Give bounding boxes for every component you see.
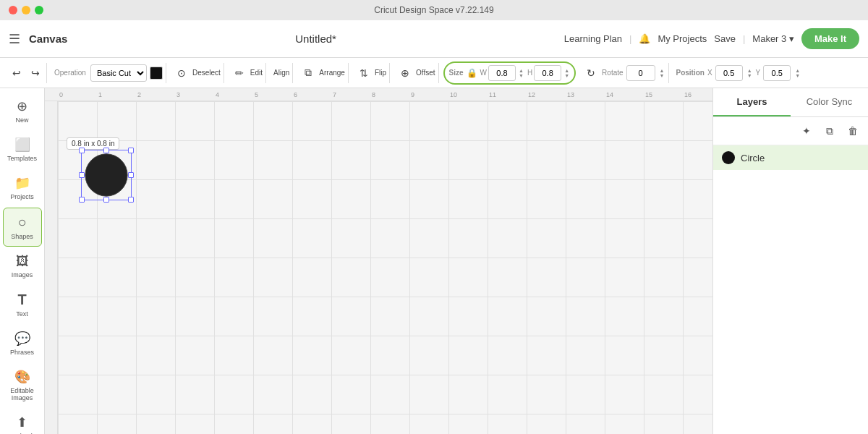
layer-item-circle[interactable]: Circle <box>713 145 868 170</box>
shape-dimension-label: 0.8 in x 0.8 in <box>67 137 119 150</box>
sidebar-item-text[interactable]: T Text <box>3 286 42 323</box>
canvas-label: Canvas <box>29 33 67 45</box>
operation-select[interactable]: Basic Cut <box>90 64 147 82</box>
rotate-input[interactable] <box>626 65 655 81</box>
sidebar-label-phrases: Phrases <box>10 349 34 356</box>
editable-images-icon: 🎨 <box>14 369 30 385</box>
app-title: Cricut Design Space v7.22.149 <box>374 5 493 15</box>
layer-color-circle <box>722 151 735 164</box>
sidebar-item-upload[interactable]: ⬆ Upload <box>3 409 42 434</box>
learning-plan[interactable]: Learning Plan <box>564 33 622 44</box>
y-label: Y <box>756 69 761 77</box>
offset-button[interactable]: ⊕ <box>397 65 413 81</box>
panel-toolbar: ✦ ⧉ 🗑 <box>713 117 868 145</box>
sidebar-label-projects: Projects <box>10 193 34 200</box>
sidebar-item-projects[interactable]: 📁 Projects <box>3 169 42 206</box>
x-input[interactable] <box>715 65 743 81</box>
panel-copy-button[interactable]: ⧉ <box>820 122 839 140</box>
height-spinner[interactable]: ▲ ▼ <box>563 68 570 78</box>
width-spinner[interactable]: ▲ ▼ <box>518 68 524 78</box>
y-input[interactable] <box>763 65 791 81</box>
align-label[interactable]: Align <box>273 69 289 77</box>
tab-layers-label: Layers <box>737 96 767 107</box>
edit-label[interactable]: Edit <box>250 69 263 77</box>
close-button[interactable] <box>9 6 17 14</box>
right-area: Learning Plan | 🔔 My Projects Save | Mak… <box>564 28 859 49</box>
my-projects-link[interactable]: My Projects <box>658 33 707 44</box>
operation-label: Operation <box>54 69 86 77</box>
maker-selector[interactable]: Maker 3 ▾ <box>752 33 794 44</box>
redo-button[interactable]: ↪ <box>27 65 43 81</box>
arrange-button[interactable]: ⧉ <box>300 65 316 81</box>
deselect-button[interactable]: ⊙ <box>174 65 190 81</box>
images-icon: 🖼 <box>16 254 29 269</box>
deselect-label[interactable]: Deselect <box>192 69 221 77</box>
canvas-area[interactable]: 0 1 2 3 4 5 6 7 8 9 10 11 12 13 14 15 16 <box>45 88 712 434</box>
handle-top-mid[interactable] <box>103 148 109 153</box>
traffic-lights <box>9 6 43 14</box>
panel-icon-button[interactable]: ✦ <box>797 122 816 140</box>
sidebar-label-images: Images <box>12 271 33 278</box>
app-bar: ☰ Canvas Untitled* Learning Plan | 🔔 My … <box>0 20 868 58</box>
upload-icon: ⬆ <box>17 414 27 430</box>
flip-button[interactable]: ⇅ <box>356 65 372 81</box>
deselect-group: ⊙ Deselect <box>171 63 224 83</box>
new-icon: ⊕ <box>17 98 27 114</box>
handle-bot-right[interactable] <box>128 197 134 203</box>
width-input[interactable] <box>488 65 516 81</box>
left-sidebar: ⊕ New ⬜ Templates 📁 Projects ○ Shapes 🖼 … <box>0 88 45 434</box>
shape-selection[interactable] <box>81 150 132 200</box>
offset-label[interactable]: Offset <box>416 69 435 77</box>
arrange-label[interactable]: Arrange <box>319 69 345 77</box>
color-swatch[interactable] <box>150 67 163 80</box>
y-spinner[interactable]: ▲ ▼ <box>794 68 801 78</box>
handle-top-left[interactable] <box>79 148 85 153</box>
sidebar-item-new[interactable]: ⊕ New <box>3 93 42 129</box>
toolbar: ↩ ↪ Operation Basic Cut ⊙ Deselect ✏ Edi… <box>0 58 868 88</box>
tab-layers[interactable]: Layers <box>713 88 791 116</box>
handle-mid-left[interactable] <box>79 172 85 178</box>
save-button[interactable]: Save <box>714 33 736 44</box>
rotate-icon: ↻ <box>583 65 599 81</box>
panel-delete-button[interactable]: 🗑 <box>843 122 862 140</box>
maker-label: Maker 3 <box>752 33 786 44</box>
x-spinner[interactable]: ▲ ▼ <box>746 68 753 78</box>
offset-group: ⊕ Offset <box>394 63 439 83</box>
undo-redo-group: ↩ ↪ <box>6 63 47 83</box>
sidebar-item-shapes[interactable]: ○ Shapes <box>3 208 42 247</box>
edit-button[interactable]: ✏ <box>231 65 247 81</box>
sidebar-item-phrases[interactable]: 💬 Phrases <box>3 325 42 362</box>
templates-icon: ⬜ <box>14 137 30 153</box>
panel-tabs: Layers Color Sync <box>713 88 868 117</box>
sidebar-label-text: Text <box>16 310 28 318</box>
flip-label[interactable]: Flip <box>375 69 386 77</box>
notification-icon[interactable]: 🔔 <box>639 33 650 44</box>
rotate-spinner[interactable]: ▲ ▼ <box>659 68 665 78</box>
fullscreen-button[interactable] <box>35 6 43 14</box>
main-layout: ⊕ New ⬜ Templates 📁 Projects ○ Shapes 🖼 … <box>0 88 868 434</box>
undo-button[interactable]: ↩ <box>9 65 25 81</box>
lock-icon[interactable]: 🔒 <box>467 68 477 78</box>
sidebar-item-editable-images[interactable]: 🎨 EditableImages <box>3 363 42 407</box>
operation-group: Operation Basic Cut <box>51 63 166 83</box>
handle-mid-right[interactable] <box>128 172 134 178</box>
handle-top-right[interactable] <box>128 148 134 153</box>
sidebar-item-templates[interactable]: ⬜ Templates <box>3 131 42 168</box>
minimize-button[interactable] <box>22 6 30 14</box>
tab-colorsync[interactable]: Color Sync <box>791 88 868 116</box>
handle-bot-mid[interactable] <box>103 197 109 203</box>
ruler-horizontal: 0 1 2 3 4 5 6 7 8 9 10 11 12 13 14 15 16 <box>45 88 712 101</box>
sidebar-item-images[interactable]: 🖼 Images <box>3 248 42 284</box>
handle-bot-left[interactable] <box>79 197 85 203</box>
text-icon: T <box>17 292 26 308</box>
make-it-button[interactable]: Make It <box>801 28 859 49</box>
rotate-group: ↻ Rotate ▲ ▼ <box>580 63 668 83</box>
layer-name-circle: Circle <box>741 153 765 163</box>
doc-title: Untitled* <box>76 33 555 45</box>
height-input[interactable] <box>534 65 561 81</box>
projects-icon: 📁 <box>14 175 30 191</box>
edit-group: ✏ Edit <box>229 63 266 83</box>
position-label: Position <box>676 69 705 77</box>
menu-icon[interactable]: ☰ <box>9 31 20 47</box>
sidebar-label-new: New <box>15 116 28 124</box>
